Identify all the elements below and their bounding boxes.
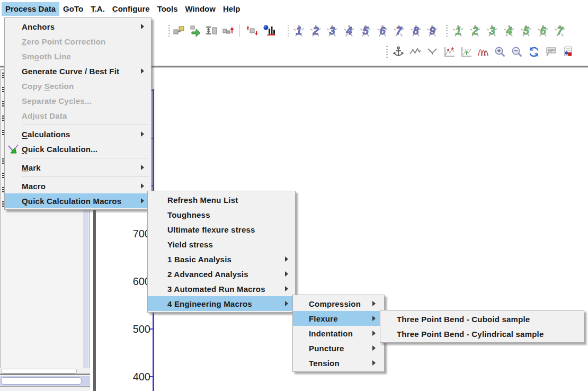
menu-item-toughness[interactable]: Toughness <box>148 207 295 222</box>
zoom-in-icon[interactable] <box>494 46 506 58</box>
menu-item-generate-curve-best-fit[interactable]: Generate Curve / Best Fit <box>5 64 151 78</box>
menu-item-zero-point-correction[interactable]: Zero Point Correction <box>5 34 151 49</box>
menu-item-flexure[interactable]: Flexure <box>293 311 384 326</box>
menubar-item-help[interactable]: Help <box>219 2 244 16</box>
report-icon[interactable] <box>562 46 574 58</box>
menu-item-label: Mark <box>22 163 41 172</box>
macro-runner-purple-5[interactable]: 5 <box>359 24 372 37</box>
run-green-icon[interactable] <box>189 24 202 37</box>
menubar-item-goto[interactable]: GoTo <box>59 2 87 16</box>
menu-item-mark[interactable]: Mark <box>5 160 151 175</box>
menu-item-smooth-line[interactable]: Smooth Line <box>5 49 151 64</box>
cycle-curves-icon[interactable] <box>477 46 489 58</box>
toolbar-grip[interactable] <box>288 25 289 37</box>
calibrate-probe-icon[interactable] <box>206 24 218 37</box>
svg-text:9: 9 <box>429 25 435 37</box>
process-data-menu: AnchorsZero Point CorrectionSmooth LineG… <box>4 17 152 210</box>
svg-text:5: 5 <box>523 25 529 37</box>
toolbar-grip[interactable] <box>446 25 448 37</box>
menu-item-three-point-bend-cylindrical-sample[interactable]: Three Point Bend - Cylindrical sample <box>380 326 584 341</box>
run-test-icon[interactable] <box>263 24 275 37</box>
macro-runner-green-3[interactable]: 3 <box>486 24 498 37</box>
menu-item-macro[interactable]: Macro <box>5 179 151 193</box>
macro-runner-green-5[interactable]: 5 <box>520 24 532 37</box>
anchor-icon[interactable] <box>392 46 405 58</box>
menu-item-4-engineering-macros[interactable]: 4 Engineering Macros <box>148 296 295 311</box>
macro-runner-purple-4[interactable]: 4 <box>343 24 355 37</box>
lower-scrollbar-thumb[interactable] <box>1 377 82 385</box>
macro-runner-green-1[interactable]: 1 <box>452 24 465 37</box>
probe-up-icon[interactable] <box>222 24 235 37</box>
macro-runner-green-6[interactable]: 6 <box>537 24 549 37</box>
hscroll-band <box>0 368 90 373</box>
menu-item-quick-calculation-macros[interactable]: Quick Calculation Macros <box>5 193 151 208</box>
menubar-item-configure[interactable]: Configure <box>109 2 154 16</box>
lower-band <box>0 376 90 386</box>
macro-runner-green-2[interactable]: 2 <box>469 24 482 37</box>
menubar-item-tools[interactable]: Tools <box>154 2 182 16</box>
submenu-arrow-icon <box>372 360 376 366</box>
menu-item-quick-calculation[interactable]: Quick Calculation... <box>5 141 151 156</box>
y-axis-label: 500 <box>113 323 150 335</box>
menu-item-2-advanced-analysis[interactable]: 2 Advanced Analysis <box>148 266 295 281</box>
menu-item-indentation[interactable]: Indentation <box>293 326 384 341</box>
macro-runner-purple-8[interactable]: 8 <box>409 24 422 37</box>
svg-text:3: 3 <box>329 25 335 37</box>
macro-runner-purple-7[interactable]: 7 <box>393 24 405 37</box>
menu-item-label: Three Point Bend - Cylindrical sample <box>397 330 544 339</box>
menu-item-yield-stress[interactable]: Yield stress <box>148 237 295 252</box>
menu-item-label: Separate Cycles... <box>22 96 92 105</box>
y-axis-label: 400 <box>113 371 150 383</box>
menu-item-1-basic-analysis[interactable]: 1 Basic Analysis <box>148 252 295 266</box>
menu-item-3-automated-run-macros[interactable]: 3 Automated Run Macros <box>148 281 295 296</box>
menu-item-refresh-menu-list[interactable]: Refresh Menu List <box>148 192 295 207</box>
macro-runner-purple-1[interactable]: 1 <box>292 24 305 37</box>
menu-item-copy-section[interactable]: Copy Section <box>5 78 151 93</box>
annotation-icon[interactable] <box>545 46 557 58</box>
refresh-icon[interactable] <box>528 46 540 58</box>
threshold-marker-icon[interactable] <box>460 46 473 58</box>
macro-runner-green-4[interactable]: 4 <box>503 24 515 37</box>
macro-runner-purple-6[interactable]: 6 <box>376 24 389 37</box>
menu-item-label: Anchors <box>22 22 55 31</box>
toolbar-grip[interactable] <box>168 25 170 37</box>
menubar-item-process-data[interactable]: Process Data <box>2 2 59 16</box>
menubar-item-t-a[interactable]: T.A. <box>87 2 109 16</box>
menu-item-anchors[interactable]: Anchors <box>5 19 151 34</box>
menu-separator <box>22 125 149 125</box>
menubar-item-window[interactable]: Window <box>182 2 219 16</box>
attach-probe-icon[interactable] <box>173 24 185 37</box>
toolbar-grip[interactable] <box>386 46 388 58</box>
menu-item-separate-cycles[interactable]: Separate Cycles... <box>5 93 151 108</box>
macro-runner-green-7[interactable]: 7 <box>554 24 566 37</box>
flexure-submenu: Three Point Bend - Cuboid sampleThree Po… <box>380 310 584 343</box>
menu-item-label: Quick Calculation Macros <box>22 197 121 206</box>
submenu-arrow-icon <box>141 24 144 29</box>
menu-item-ultimate-flexure-stress[interactable]: Ultimate flexure stress <box>148 222 295 237</box>
menu-item-tension[interactable]: Tension <box>293 356 384 370</box>
menu-item-label: Flexure <box>309 314 338 323</box>
submenu-arrow-icon <box>285 256 288 262</box>
macro-runner-purple-3[interactable]: 3 <box>326 24 338 37</box>
menu-item-label: Ultimate flexure stress <box>167 225 255 234</box>
menu-item-puncture[interactable]: Puncture <box>293 341 384 356</box>
svg-text:6: 6 <box>379 25 386 37</box>
probe-updown-icon[interactable] <box>246 24 259 37</box>
menu-item-calculations[interactable]: Calculations <box>5 127 151 141</box>
menubar: Process DataGoToT.A.ConfigureToolsWindow… <box>0 0 588 17</box>
branch-icon[interactable] <box>426 46 439 58</box>
smooth-curve-icon[interactable] <box>409 46 422 58</box>
menu-item-adjust-data[interactable]: Adjust Data <box>5 108 151 123</box>
menu-item-three-point-bend-cuboid-sample[interactable]: Three Point Bend - Cuboid sample <box>380 312 584 326</box>
submenu-arrow-icon <box>372 301 376 306</box>
menu-item-compression[interactable]: Compression <box>293 296 384 311</box>
peak-marker-icon[interactable] <box>443 46 456 58</box>
zoom-out-icon[interactable] <box>511 46 523 58</box>
menu-separator <box>22 158 149 158</box>
menu-item-label: Toughness <box>167 210 210 219</box>
macro-runner-purple-2[interactable]: 2 <box>309 24 322 37</box>
submenu-arrow-icon <box>372 331 376 336</box>
horizontal-scrollbar-thumb[interactable] <box>1 369 77 374</box>
bottom-band <box>0 386 90 391</box>
macro-runner-purple-9[interactable]: 9 <box>426 24 439 37</box>
